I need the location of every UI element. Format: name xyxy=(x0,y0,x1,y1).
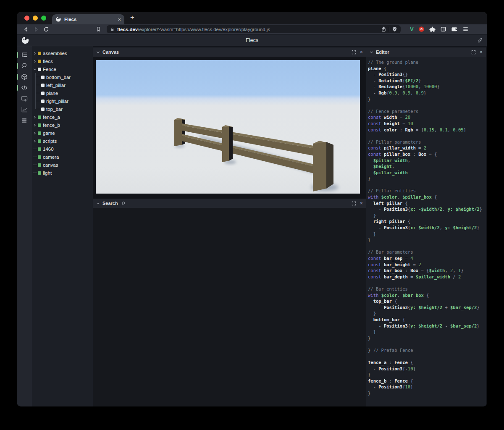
prefab-dot-icon xyxy=(41,108,45,111)
fullscreen-icon[interactable] xyxy=(352,201,356,206)
code-line: left_pillar { xyxy=(368,200,486,207)
tree-item-label: left_pillar xyxy=(46,83,66,88)
sidebar-toggle-icon[interactable] xyxy=(440,26,446,32)
tree-item-scripts[interactable]: scripts xyxy=(32,137,93,145)
main-area: assembliesflecsFencebottom_barleft_pilla… xyxy=(17,46,487,406)
layers-icon[interactable] xyxy=(17,115,32,126)
code-panel-icon[interactable] xyxy=(17,82,32,93)
search-panel-icon[interactable] xyxy=(17,60,32,71)
tree-item-label: Fence xyxy=(43,67,56,72)
bookmark-icon[interactable] xyxy=(93,26,103,32)
code-line: fence_b : Fence { xyxy=(368,378,486,384)
code-line: } xyxy=(368,237,486,243)
code-line: // Fence parameters xyxy=(368,108,486,115)
leaf-dash xyxy=(33,157,37,157)
screen-inspect-icon[interactable] xyxy=(17,93,32,104)
menu-hamburger-icon[interactable] xyxy=(462,26,469,32)
code-line: - Position3{x: $width/2, y: $height/2} xyxy=(368,225,486,231)
tree-item-left_pillar[interactable]: left_pillar xyxy=(32,81,93,89)
reload-button[interactable] xyxy=(41,26,51,32)
chevron-right-icon[interactable] xyxy=(33,52,37,55)
tree-item-label: right_pillar xyxy=(46,99,68,104)
url-bar[interactable]: flecs.dev/explorer/?wasm=https://www.fle… xyxy=(107,25,401,33)
back-button[interactable] xyxy=(21,26,31,32)
wallet-icon[interactable] xyxy=(451,26,458,32)
extensions-puzzle-icon[interactable] xyxy=(429,26,436,32)
search-panel-body[interactable] xyxy=(93,208,366,406)
url-path: /explorer/?wasm=https://www.flecs.dev/ex… xyxy=(138,27,270,32)
code-line xyxy=(368,280,486,286)
entity-dot-icon xyxy=(38,139,41,143)
code-line: - Position3{} xyxy=(368,71,486,78)
cube-3d-icon[interactable] xyxy=(17,71,32,82)
close-panel-icon[interactable]: × xyxy=(360,50,363,55)
tab-close-icon[interactable]: × xyxy=(118,17,121,22)
tree-item-light[interactable]: light xyxy=(32,169,93,177)
code-line: with $color, $bar_box { xyxy=(368,292,486,299)
close-panel-icon[interactable]: × xyxy=(360,201,363,206)
prefab-dot-icon xyxy=(41,76,45,79)
close-window-button[interactable] xyxy=(24,16,29,21)
3d-viewport[interactable] xyxy=(96,60,360,194)
brave-shield-icon[interactable] xyxy=(392,26,397,32)
zoom-window-button[interactable] xyxy=(41,16,46,21)
entity-tree-icon[interactable] xyxy=(17,50,32,60)
entity-tree: assembliesflecsFencebottom_barleft_pilla… xyxy=(32,46,93,406)
tree-item-assemblies[interactable]: assemblies xyxy=(32,49,93,57)
tree-item-camera[interactable]: camera xyxy=(32,153,93,161)
code-line: const color : Rgb = {0.15, 0.1, 0.05} xyxy=(368,127,486,133)
canvas-panel-header: Canvas × xyxy=(93,47,366,57)
browser-tab[interactable]: Flecs × xyxy=(52,14,124,24)
chevron-right-icon[interactable] xyxy=(33,139,37,143)
code-line: } xyxy=(368,310,486,317)
tree-item-plane[interactable]: plane xyxy=(32,89,93,97)
tree-item-canvas[interactable]: canvas xyxy=(32,161,93,169)
tree-item-label: flecs xyxy=(43,59,53,64)
tree-item-top_bar[interactable]: top_bar xyxy=(32,105,93,113)
chevron-right-icon[interactable] xyxy=(33,131,37,135)
chevron-right-icon[interactable] xyxy=(33,115,37,119)
tree-item-label: game xyxy=(43,131,55,136)
tree-item-game[interactable]: game xyxy=(32,129,93,137)
tree-item-1460[interactable]: 1460 xyxy=(32,145,93,153)
tab-strip: Flecs × + xyxy=(17,12,487,24)
close-panel-icon[interactable]: × xyxy=(480,50,483,55)
tree-item-flecs[interactable]: flecs xyxy=(32,57,93,65)
code-line: - Position3{10} xyxy=(368,384,486,390)
share-icon[interactable] xyxy=(381,26,386,32)
tree-item-label: camera xyxy=(43,155,59,160)
minimize-window-button[interactable] xyxy=(33,16,38,21)
editor-panel-title: Editor xyxy=(376,50,469,55)
fullscreen-icon[interactable] xyxy=(471,50,476,55)
tree-item-right_pillar[interactable]: right_pillar xyxy=(32,97,93,105)
red-extension-icon[interactable] xyxy=(418,26,425,32)
stats-chart-icon[interactable] xyxy=(17,104,32,115)
tree-item-fence_a[interactable]: fence_a xyxy=(32,113,93,121)
chevron-down-icon[interactable] xyxy=(370,50,373,54)
chevron-right-icon[interactable] xyxy=(33,60,37,63)
code-line: const bar_box : Box = {$width, 2, 1} xyxy=(368,267,486,274)
share-link-icon[interactable] xyxy=(477,37,483,43)
url-text[interactable]: flecs.dev/explorer/?wasm=https://www.fle… xyxy=(117,27,378,32)
code-line: with $color, $pillar_box { xyxy=(368,194,486,200)
chevron-down-icon[interactable] xyxy=(33,68,37,71)
tree-item-bottom_bar[interactable]: bottom_bar xyxy=(32,73,93,81)
chevron-down-icon[interactable] xyxy=(96,50,100,54)
code-line: } xyxy=(368,335,486,341)
entity-dot-icon xyxy=(38,123,41,127)
code-editor[interactable]: // The ground planeplane { - Position3{}… xyxy=(366,57,486,406)
chevron-right-icon[interactable] xyxy=(33,123,37,127)
forward-button[interactable] xyxy=(31,26,41,32)
tree-item-fence_b[interactable]: fence_b xyxy=(32,121,93,129)
code-line: - Position3{-10} xyxy=(368,366,486,372)
leaf-dash xyxy=(33,149,37,149)
divider xyxy=(389,27,389,32)
tree-item-label: canvas xyxy=(43,163,58,168)
tree-item-Fence[interactable]: Fence xyxy=(32,65,93,73)
new-tab-button[interactable]: + xyxy=(124,13,134,23)
prefab-dot-icon xyxy=(41,92,45,95)
code-line: plane { xyxy=(368,66,486,72)
vue-devtools-icon[interactable]: V xyxy=(410,26,414,32)
fullscreen-icon[interactable] xyxy=(352,50,356,55)
code-line: const width = 20 xyxy=(368,114,486,121)
